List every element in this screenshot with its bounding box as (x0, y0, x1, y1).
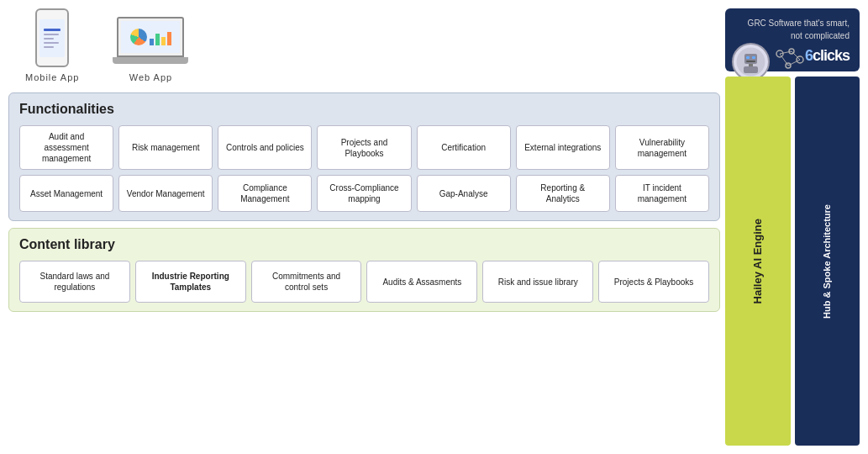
molecule-svg (773, 47, 807, 77)
svg-rect-2 (746, 56, 750, 59)
func-row-1: Audit and assessment management Risk man… (19, 125, 709, 170)
func-item-external: External integrations (516, 125, 610, 170)
func-item-certification: Certification (417, 125, 511, 170)
func-item-audit: Audit and assessment management (19, 125, 113, 170)
main-container: Mobile App (0, 0, 868, 454)
web-app-label: Web App (129, 72, 172, 82)
func-item-compliance: Compliance Management (218, 175, 312, 212)
chart-bars (150, 29, 171, 45)
left-section: Mobile App (8, 8, 720, 446)
func-item-vendor: Vendor Management (118, 175, 213, 212)
laptop-screen (117, 17, 184, 57)
library-item-3: Audits & Assasments (366, 261, 477, 303)
laptop-base (113, 57, 188, 64)
content-library-box: Content library Standard laws and regula… (8, 228, 720, 312)
sixclicks-logo: 6clicks (805, 47, 850, 65)
web-app-item: Web App (113, 17, 188, 82)
func-item-gap: Gap-Analyse (417, 175, 511, 212)
mobile-app-label: Mobile App (25, 72, 79, 82)
laptop-screen-content (121, 21, 180, 53)
func-item-risk: Risk management (118, 125, 213, 170)
library-row: Standard laws and regulations Industrie … (19, 261, 709, 303)
library-item-0: Standard laws and regulations (19, 261, 130, 303)
func-row-2: Asset Management Vendor Management Compl… (19, 175, 709, 212)
library-item-5: Projects & Playbooks (598, 261, 709, 303)
svg-rect-3 (752, 56, 755, 59)
ai-engine-column: Hailey AI Engine (725, 77, 791, 446)
avatar-row (732, 43, 807, 81)
ai-engine-label: Hailey AI Engine (751, 219, 764, 304)
phone-line-1 (44, 34, 59, 35)
svg-rect-1 (744, 54, 757, 64)
phone-screen-lines (44, 29, 60, 48)
func-item-it-incident: IT incident management (615, 175, 709, 212)
right-section: GRC Software that's smart, not complicat… (725, 8, 860, 446)
func-item-controls: Controls and policies (218, 125, 312, 170)
phone-line-2 (44, 38, 54, 40)
func-item-reporting: Reporting & Analytics (516, 175, 610, 212)
ai-avatar-circle (732, 43, 770, 81)
phone-line-4 (44, 46, 54, 48)
molecule-decoration (773, 47, 807, 77)
grc-text: GRC Software that's smart, not complicat… (748, 17, 850, 42)
functionalities-title: Functionalities (19, 102, 709, 117)
robot-svg (736, 47, 765, 77)
svg-rect-6 (744, 66, 758, 73)
library-item-1: Industrie Reporting Tamplates (135, 261, 246, 303)
sixclicks-word: clicks (813, 47, 850, 64)
chart-circle (130, 29, 147, 45)
laptop-icon (113, 17, 188, 67)
phone-line-accent (44, 29, 60, 31)
bar-3 (161, 37, 166, 45)
func-item-projects: Projects and Playbooks (317, 125, 411, 170)
library-item-4: Risk and issue library (482, 261, 593, 303)
func-item-asset: Asset Management (19, 175, 113, 212)
func-grid: Audit and assessment management Risk man… (19, 125, 709, 212)
svg-rect-5 (749, 64, 753, 66)
apps-row: Mobile App (8, 8, 720, 82)
bar-2 (155, 34, 160, 45)
svg-line-12 (792, 51, 800, 60)
phone-icon (35, 8, 69, 67)
functionalities-box: Functionalities Audit and assessment man… (8, 92, 720, 221)
library-item-2: Commitments and control sets (251, 261, 362, 303)
hub-spoke-label: Hub & Spoke Architecture (821, 204, 833, 319)
content-library-title: Content library (19, 237, 709, 252)
phone-screen (39, 19, 65, 57)
phone-line-3 (44, 42, 59, 44)
svg-line-14 (780, 54, 788, 66)
bar-1 (150, 39, 154, 45)
func-item-vulnerability: Vulnerability management (615, 125, 709, 170)
right-bottom: Hailey AI Engine Hub & Spoke Architectur… (725, 77, 860, 446)
bar-4 (167, 32, 171, 45)
svg-rect-4 (746, 61, 755, 62)
func-item-cross-compliance: Cross-Compliance mapping (317, 175, 411, 212)
mobile-app-item: Mobile App (25, 8, 79, 82)
hub-spoke-column: Hub & Spoke Architecture (795, 77, 860, 446)
